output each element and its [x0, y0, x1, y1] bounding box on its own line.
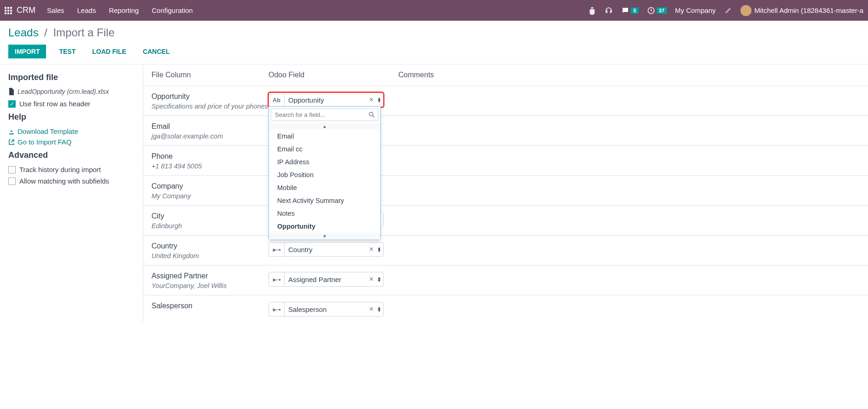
file-row: LeadOpportunity (crm.lead).xlsx [8, 88, 134, 95]
column-label: Salesperson [151, 302, 268, 310]
dropdown-option[interactable]: Opportunity [269, 220, 380, 233]
clear-icon[interactable]: × [367, 245, 375, 253]
table-row: CompanyMy Company [143, 175, 868, 205]
dropdown-option[interactable]: Email cc [269, 143, 380, 156]
file-column-cell: CountryUnited Kingdom [151, 242, 268, 259]
use-first-row-checkbox[interactable]: ✓ Use first row as header [8, 100, 134, 108]
download-template-label[interactable]: Download Template [17, 127, 78, 135]
dropdown-option[interactable]: Job Position [269, 168, 380, 181]
field-select[interactable]: ▸─•Salesperson×▲▼ [268, 302, 384, 317]
svg-point-10 [369, 112, 373, 116]
relation-type-icon: ▸─• [269, 302, 285, 316]
apps-icon[interactable] [5, 7, 12, 14]
spinner-updown-icon[interactable]: ▲▼ [375, 306, 383, 312]
odoo-field-cell: ▸─•Assigned Partner×▲▼ [268, 272, 398, 287]
menu-reporting[interactable]: Reporting [109, 6, 139, 14]
svg-rect-5 [10, 10, 12, 12]
column-label: Country [151, 242, 268, 250]
clear-icon[interactable]: × [367, 96, 375, 104]
tools-icon[interactable] [724, 6, 732, 15]
column-sample: YourCompany, Joel Willis [151, 282, 268, 289]
header-file-column: File Column [151, 71, 268, 79]
avatar-icon [740, 5, 751, 16]
top-navbar: CRM Sales Leads Reporting Configuration … [0, 0, 868, 21]
column-sample: Specifications and price of your phones [151, 103, 268, 110]
allow-subfields-checkbox[interactable]: Allow matching with subfields [8, 177, 134, 185]
table-row: CityEdinburghAbCity×▲▼ [143, 205, 868, 235]
clear-icon[interactable]: × [367, 275, 375, 283]
download-template-link[interactable]: Download Template [8, 127, 134, 135]
file-column-cell: CityEdinburgh [151, 212, 268, 230]
menu-configuration[interactable]: Configuration [151, 6, 192, 14]
file-column-cell: Assigned PartnerYourCompany, Joel Willis [151, 272, 268, 289]
menu-leads[interactable]: Leads [77, 6, 96, 14]
bug-icon[interactable] [588, 6, 596, 15]
company-selector[interactable]: My Company [675, 6, 716, 14]
clear-icon[interactable]: × [367, 305, 375, 313]
odoo-field-cell: ▸─•Salesperson×▲▼ [268, 302, 398, 317]
track-history-checkbox[interactable]: Track history during import [8, 166, 134, 173]
search-icon [368, 111, 375, 118]
support-icon[interactable] [605, 6, 613, 15]
messages-badge: 5 [631, 7, 638, 14]
file-icon [8, 88, 15, 95]
dropdown-option[interactable]: Mobile [269, 181, 380, 194]
spinner-updown-icon[interactable]: ▲▼ [375, 247, 383, 252]
spinner-updown-icon[interactable]: ▲▼ [375, 277, 383, 282]
dropdown-option[interactable]: Email [269, 130, 380, 143]
file-name: LeadOpportunity (crm.lead).xlsx [17, 88, 109, 95]
svg-rect-4 [7, 10, 9, 12]
activities-icon[interactable]: 37 [647, 6, 667, 15]
dropdown-option[interactable]: IP Address [269, 156, 380, 168]
menu-sales[interactable]: Sales [47, 6, 64, 14]
breadcrumb: Leads / Import a File [8, 26, 860, 39]
columns-header: File Column Odoo Field Comments [143, 64, 868, 86]
column-label: Opportunity [151, 92, 268, 101]
checkbox-checked-icon: ✓ [8, 100, 16, 108]
scroll-down-icon[interactable]: ▼ [269, 233, 380, 240]
dropdown-option[interactable]: Notes [269, 207, 380, 220]
svg-rect-1 [7, 7, 9, 9]
advanced-heading: Advanced [8, 150, 134, 160]
svg-rect-7 [7, 12, 9, 14]
column-label: Phone [151, 152, 268, 161]
download-icon [8, 128, 15, 135]
field-dropdown: ▲EmailEmail ccIP AddressJob PositionMobi… [268, 106, 381, 240]
cancel-button[interactable]: CANCEL [139, 45, 173, 58]
field-select[interactable]: ▸─•Country×▲▼ [268, 242, 384, 257]
app-brand[interactable]: CRM [17, 6, 35, 15]
column-sample: United Kingdom [151, 252, 268, 259]
file-column-cell: CompanyMy Company [151, 182, 268, 200]
messages-icon[interactable]: 5 [621, 6, 638, 15]
scroll-up-icon[interactable]: ▲ [269, 123, 380, 130]
test-button[interactable]: TEST [55, 45, 79, 58]
sidebar: Imported file LeadOpportunity (crm.lead)… [0, 64, 143, 322]
dropdown-search-wrap [269, 107, 380, 123]
field-select[interactable]: ▸─•Assigned Partner×▲▼ [268, 272, 384, 287]
svg-rect-2 [10, 7, 12, 9]
import-faq-label[interactable]: Go to Import FAQ [17, 138, 72, 146]
breadcrumb-parent[interactable]: Leads [8, 26, 38, 39]
checkbox-unchecked-icon [8, 178, 16, 185]
field-select[interactable]: AbOpportunity×▲▼ [268, 92, 384, 107]
dropdown-search-input[interactable] [271, 109, 379, 121]
import-faq-link[interactable]: Go to Import FAQ [8, 138, 134, 146]
column-label: Email [151, 122, 268, 131]
field-select-value: Opportunity [285, 96, 367, 104]
field-select-value: Assigned Partner [285, 276, 367, 283]
load-file-button[interactable]: LOAD FILE [88, 45, 130, 58]
column-label: Company [151, 182, 268, 190]
file-column-cell: Phone+1 813 494 5005 [151, 152, 268, 170]
top-menu: Sales Leads Reporting Configuration [47, 6, 193, 14]
dropdown-option[interactable]: Next Activity Summary [269, 194, 380, 207]
mapping-table: File Column Odoo Field Comments Opportun… [143, 64, 868, 322]
activities-badge: 37 [657, 7, 667, 14]
table-row: Assigned PartnerYourCompany, Joel Willis… [143, 265, 868, 295]
external-link-icon [8, 139, 15, 145]
import-button[interactable]: IMPORT [8, 45, 46, 58]
user-menu[interactable]: Mitchell Admin (18284361-master-a [740, 5, 863, 16]
column-label: Assigned Partner [151, 272, 268, 280]
table-row: Emailjga@solar.example.com [143, 115, 868, 145]
relation-type-icon: ▸─• [269, 242, 285, 256]
spinner-updown-icon[interactable]: ▲▼ [375, 97, 383, 103]
